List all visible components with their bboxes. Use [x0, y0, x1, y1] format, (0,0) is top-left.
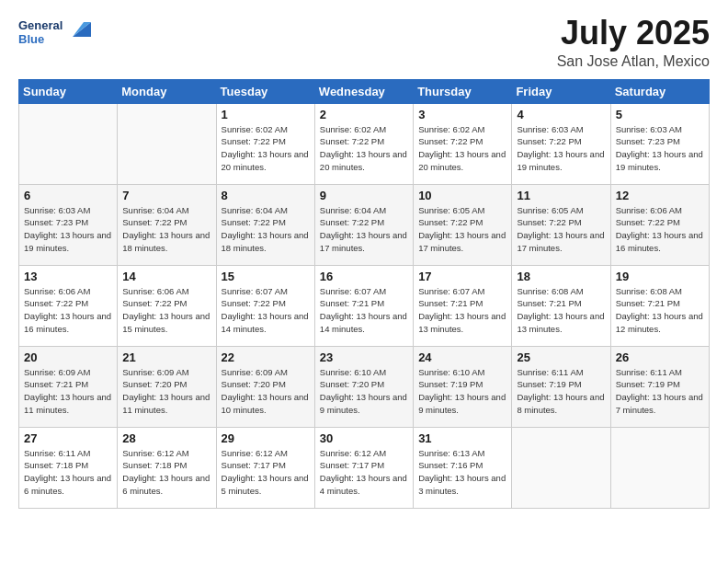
table-row — [19, 103, 118, 184]
table-row: 15Sunrise: 6:07 AMSunset: 7:22 PMDayligh… — [216, 265, 314, 346]
day-number: 14 — [122, 270, 210, 283]
day-number: 2 — [320, 108, 408, 121]
calendar-table: Sunday Monday Tuesday Wednesday Thursday… — [18, 79, 710, 509]
calendar-week-row: 13Sunrise: 6:06 AMSunset: 7:22 PMDayligh… — [19, 265, 710, 346]
weekday-header-row: Sunday Monday Tuesday Wednesday Thursday… — [19, 79, 710, 103]
table-row — [610, 427, 709, 508]
day-number: 6 — [24, 189, 112, 202]
table-row: 5Sunrise: 6:03 AMSunset: 7:23 PMDaylight… — [610, 103, 709, 184]
table-row: 22Sunrise: 6:09 AMSunset: 7:20 PMDayligh… — [216, 346, 314, 427]
table-row: 4Sunrise: 6:03 AMSunset: 7:22 PMDaylight… — [512, 103, 610, 184]
day-info: Sunrise: 6:05 AMSunset: 7:22 PMDaylight:… — [418, 204, 506, 255]
day-number: 5 — [616, 108, 704, 121]
day-info: Sunrise: 6:04 AMSunset: 7:22 PMDaylight:… — [222, 204, 310, 255]
table-row: 23Sunrise: 6:10 AMSunset: 7:20 PMDayligh… — [314, 346, 413, 427]
day-info: Sunrise: 6:06 AMSunset: 7:22 PMDaylight:… — [616, 204, 704, 255]
day-number: 24 — [418, 350, 506, 364]
table-row: 10Sunrise: 6:05 AMSunset: 7:22 PMDayligh… — [414, 184, 512, 265]
table-row: 14Sunrise: 6:06 AMSunset: 7:22 PMDayligh… — [118, 265, 216, 346]
day-info: Sunrise: 6:07 AMSunset: 7:22 PMDaylight:… — [222, 285, 310, 336]
day-number: 9 — [320, 189, 408, 202]
day-number: 3 — [418, 108, 506, 121]
day-info: Sunrise: 6:07 AMSunset: 7:21 PMDaylight:… — [320, 285, 408, 336]
table-row: 21Sunrise: 6:09 AMSunset: 7:20 PMDayligh… — [118, 346, 216, 427]
table-row: 26Sunrise: 6:11 AMSunset: 7:19 PMDayligh… — [610, 346, 709, 427]
table-row: 28Sunrise: 6:12 AMSunset: 7:18 PMDayligh… — [118, 427, 216, 508]
day-number: 31 — [418, 431, 506, 445]
logo-blue: Blue — [18, 33, 44, 46]
day-number: 17 — [418, 270, 506, 283]
day-number: 10 — [418, 189, 506, 202]
logo-general: General — [18, 19, 63, 32]
day-info: Sunrise: 6:06 AMSunset: 7:22 PMDaylight:… — [122, 285, 210, 336]
header-friday: Friday — [512, 79, 610, 103]
table-row: 16Sunrise: 6:07 AMSunset: 7:21 PMDayligh… — [314, 265, 413, 346]
day-number: 30 — [320, 431, 408, 445]
header-thursday: Thursday — [414, 79, 512, 103]
day-number: 26 — [616, 350, 704, 364]
day-number: 12 — [616, 189, 704, 202]
table-row: 2Sunrise: 6:02 AMSunset: 7:22 PMDaylight… — [314, 103, 413, 184]
title-block: July 2025 San Jose Atlan, Mexico — [557, 15, 710, 70]
day-info: Sunrise: 6:11 AMSunset: 7:19 PMDaylight:… — [616, 366, 704, 417]
day-info: Sunrise: 6:13 AMSunset: 7:16 PMDaylight:… — [418, 447, 506, 498]
day-number: 28 — [122, 431, 210, 445]
day-info: Sunrise: 6:07 AMSunset: 7:21 PMDaylight:… — [418, 285, 506, 336]
day-info: Sunrise: 6:09 AMSunset: 7:20 PMDaylight:… — [222, 366, 310, 417]
table-row: 31Sunrise: 6:13 AMSunset: 7:16 PMDayligh… — [414, 427, 512, 508]
day-number: 15 — [222, 270, 310, 283]
day-info: Sunrise: 6:06 AMSunset: 7:22 PMDaylight:… — [24, 285, 112, 336]
day-info: Sunrise: 6:09 AMSunset: 7:20 PMDaylight:… — [122, 366, 210, 417]
page: General Blue July 2025 San Jose Atlan, M… — [0, 0, 728, 563]
day-number: 18 — [517, 270, 605, 283]
location-title: San Jose Atlan, Mexico — [557, 53, 710, 70]
table-row: 11Sunrise: 6:05 AMSunset: 7:22 PMDayligh… — [512, 184, 610, 265]
calendar-week-row: 1Sunrise: 6:02 AMSunset: 7:22 PMDaylight… — [19, 103, 710, 184]
day-info: Sunrise: 6:03 AMSunset: 7:23 PMDaylight:… — [24, 204, 112, 255]
day-number: 1 — [222, 108, 310, 121]
table-row — [118, 103, 216, 184]
day-info: Sunrise: 6:12 AMSunset: 7:17 PMDaylight:… — [222, 447, 310, 498]
table-row: 3Sunrise: 6:02 AMSunset: 7:22 PMDaylight… — [414, 103, 512, 184]
day-info: Sunrise: 6:11 AMSunset: 7:19 PMDaylight:… — [517, 366, 605, 417]
day-info: Sunrise: 6:05 AMSunset: 7:22 PMDaylight:… — [517, 204, 605, 255]
table-row: 17Sunrise: 6:07 AMSunset: 7:21 PMDayligh… — [414, 265, 512, 346]
day-info: Sunrise: 6:09 AMSunset: 7:21 PMDaylight:… — [24, 366, 112, 417]
day-number: 27 — [24, 431, 112, 445]
day-info: Sunrise: 6:03 AMSunset: 7:22 PMDaylight:… — [517, 123, 605, 174]
day-info: Sunrise: 6:10 AMSunset: 7:20 PMDaylight:… — [320, 366, 408, 417]
table-row: 13Sunrise: 6:06 AMSunset: 7:22 PMDayligh… — [19, 265, 118, 346]
table-row: 29Sunrise: 6:12 AMSunset: 7:17 PMDayligh… — [216, 427, 314, 508]
header-wednesday: Wednesday — [314, 79, 413, 103]
day-info: Sunrise: 6:08 AMSunset: 7:21 PMDaylight:… — [616, 285, 704, 336]
table-row: 12Sunrise: 6:06 AMSunset: 7:22 PMDayligh… — [610, 184, 709, 265]
calendar-week-row: 6Sunrise: 6:03 AMSunset: 7:23 PMDaylight… — [19, 184, 710, 265]
day-number: 4 — [517, 108, 605, 121]
day-number: 11 — [517, 189, 605, 202]
header-sunday: Sunday — [19, 79, 118, 103]
day-number: 29 — [222, 431, 310, 445]
day-info: Sunrise: 6:10 AMSunset: 7:19 PMDaylight:… — [418, 366, 506, 417]
day-info: Sunrise: 6:12 AMSunset: 7:17 PMDaylight:… — [320, 447, 408, 498]
table-row: 6Sunrise: 6:03 AMSunset: 7:23 PMDaylight… — [19, 184, 118, 265]
calendar-week-row: 27Sunrise: 6:11 AMSunset: 7:18 PMDayligh… — [19, 427, 710, 508]
header: General Blue July 2025 San Jose Atlan, M… — [18, 15, 710, 70]
day-info: Sunrise: 6:02 AMSunset: 7:22 PMDaylight:… — [222, 123, 310, 174]
logo-icon — [65, 15, 95, 44]
day-number: 13 — [24, 270, 112, 283]
day-number: 23 — [320, 350, 408, 364]
day-number: 8 — [222, 189, 310, 202]
calendar-week-row: 20Sunrise: 6:09 AMSunset: 7:21 PMDayligh… — [19, 346, 710, 427]
table-row: 24Sunrise: 6:10 AMSunset: 7:19 PMDayligh… — [414, 346, 512, 427]
header-tuesday: Tuesday — [216, 79, 314, 103]
table-row: 7Sunrise: 6:04 AMSunset: 7:22 PMDaylight… — [118, 184, 216, 265]
table-row: 25Sunrise: 6:11 AMSunset: 7:19 PMDayligh… — [512, 346, 610, 427]
table-row: 20Sunrise: 6:09 AMSunset: 7:21 PMDayligh… — [19, 346, 118, 427]
table-row: 30Sunrise: 6:12 AMSunset: 7:17 PMDayligh… — [314, 427, 413, 508]
table-row: 9Sunrise: 6:04 AMSunset: 7:22 PMDaylight… — [314, 184, 413, 265]
header-monday: Monday — [118, 79, 216, 103]
day-info: Sunrise: 6:08 AMSunset: 7:21 PMDaylight:… — [517, 285, 605, 336]
table-row: 27Sunrise: 6:11 AMSunset: 7:18 PMDayligh… — [19, 427, 118, 508]
day-number: 16 — [320, 270, 408, 283]
day-number: 22 — [222, 350, 310, 364]
